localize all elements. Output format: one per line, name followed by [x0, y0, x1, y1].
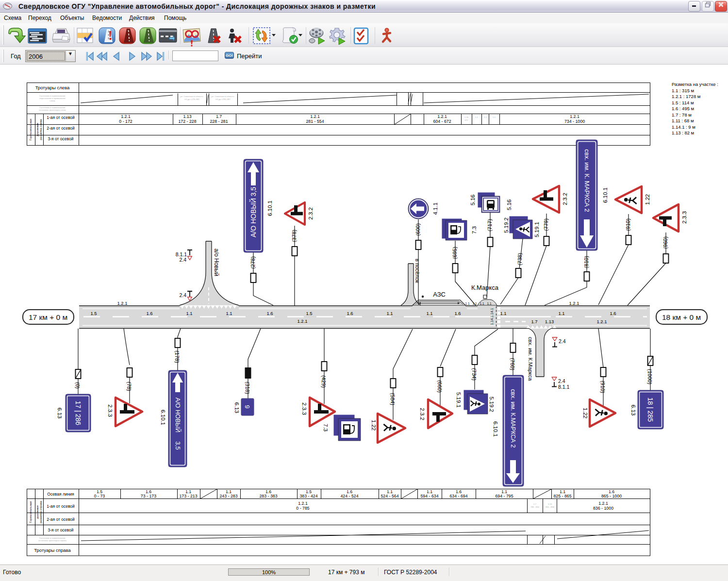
svg-text:5.19.1: 5.19.1	[534, 222, 540, 237]
svg-text:634 - 694: 634 - 694	[449, 494, 467, 498]
svg-text:1.1: 1.1	[386, 311, 393, 316]
svg-text:Осевая линия: Осевая линия	[47, 492, 74, 497]
svg-text:1.1: 1.1	[426, 311, 432, 316]
svg-text:6.10.1: 6.10.1	[160, 410, 166, 425]
svg-text:173 - 213: 173 - 213	[179, 494, 197, 498]
svg-text:2.3.2: 2.3.2	[562, 193, 568, 205]
svg-text:1.13 : 82 м: 1.13 : 82 м	[672, 130, 694, 135]
svg-text:243 - 283: 243 - 283	[219, 494, 237, 498]
svg-text:Тротуары справа: Тротуары справа	[34, 548, 71, 553]
svg-text:785 - 810: 785 - 810	[530, 506, 539, 508]
svg-text:разметка справа: разметка справа	[39, 500, 42, 523]
svg-text:1.2.1: 1.2.1	[310, 114, 320, 119]
svg-text:А/О НОВЫЙ: А/О НОВЫЙ	[174, 398, 182, 432]
svg-text:1.1: 1.1	[226, 311, 232, 316]
svg-text:3-я от осевой: 3-я от осевой	[48, 528, 74, 532]
svg-text:1.1: 1.1	[480, 302, 484, 305]
svg-text:594 - 634: 594 - 634	[420, 494, 438, 498]
svg-text:1-ая от осевой: 1-ая от осевой	[47, 115, 75, 120]
svg-text:(318): (318)	[245, 382, 250, 394]
svg-text:1.2.1: 1.2.1	[297, 318, 307, 324]
svg-text:(1000): (1000)	[647, 369, 653, 384]
svg-text:(600): (600)	[415, 223, 421, 236]
svg-text:1.22: 1.22	[371, 420, 377, 431]
svg-text:1.5 : 114 м: 1.5 : 114 м	[672, 100, 694, 105]
svg-text:3,5: 3,5	[174, 441, 181, 449]
svg-text:ул. Советская и область: ул. Советская и область	[211, 95, 234, 98]
svg-text:1.1: 1.1	[484, 116, 487, 118]
svg-text:АЗС: АЗС	[433, 291, 446, 298]
svg-text:6.13: 6.13	[234, 402, 240, 413]
svg-text:(278): (278)	[250, 256, 256, 269]
svg-text:172 - 228: 172 - 228	[178, 119, 196, 124]
svg-text:4.1.1: 4.1.1	[432, 202, 438, 215]
svg-text:Горизонтальная: Горизонтальная	[29, 501, 32, 523]
svg-text:734 - 1000: 734 - 1000	[564, 119, 585, 124]
svg-text:(738): (738)	[517, 253, 523, 266]
svg-text:1.11 : 68 м: 1.11 : 68 м	[672, 118, 694, 123]
svg-text:слева: слева	[50, 100, 55, 102]
svg-text:Тротуары слева: Тротуары слева	[35, 85, 70, 90]
svg-text:(584): (584)	[390, 393, 396, 405]
svg-text:836 - 1000: 836 - 1000	[593, 506, 613, 511]
svg-text:7.3: 7.3	[471, 226, 477, 234]
svg-text:8.1.1: 8.1.1	[558, 384, 570, 390]
svg-text:Разметка на участке :: Разметка на участке :	[672, 82, 718, 87]
svg-text:дорожная: дорожная	[36, 123, 39, 136]
svg-text:1.7 : 78 м: 1.7 : 78 м	[672, 112, 692, 117]
svg-text:дорожная: дорожная	[36, 505, 39, 518]
svg-text:свх. им. К.МАРКСА 2: свх. им. К.МАРКСА 2	[510, 389, 516, 448]
svg-text:5.19.2: 5.19.2	[489, 397, 495, 412]
svg-text:(910): (910)	[625, 218, 631, 231]
svg-text:2.3.2: 2.3.2	[308, 207, 314, 220]
svg-text:1.1: 1.1	[475, 116, 478, 118]
svg-text:1.7: 1.7	[533, 503, 536, 505]
svg-text:1.13: 1.13	[183, 114, 191, 119]
svg-text:604 - 672: 604 - 672	[433, 119, 451, 124]
svg-text:а/о Новый: а/о Новый	[213, 249, 220, 276]
svg-text:6.10.1: 6.10.1	[267, 200, 273, 216]
svg-text:383 - 424: 383 - 424	[299, 494, 317, 498]
svg-text:(429): (429)	[321, 375, 327, 388]
svg-text:18 | 285: 18 | 285	[646, 398, 654, 422]
svg-text:1.1: 1.1	[465, 302, 469, 305]
svg-text:свх. им. К.Маркса: свх. им. К.Маркса	[528, 337, 533, 381]
svg-text:(0): (0)	[75, 382, 81, 388]
svg-text:2.4: 2.4	[559, 338, 566, 344]
svg-text:1.5: 1.5	[306, 311, 312, 316]
svg-text:0 - 172: 0 - 172	[119, 119, 132, 124]
svg-text:6.13: 6.13	[57, 408, 63, 418]
svg-text:1.1: 1.1	[186, 311, 192, 316]
svg-text:1.2.1: 1.2.1	[121, 114, 131, 119]
svg-text:1.16: 1.16	[464, 116, 469, 118]
svg-text:865 - 1000: 865 - 1000	[601, 494, 622, 498]
svg-text:1.6 : 495 м: 1.6 : 495 м	[672, 106, 694, 111]
svg-text:6.13: 6.13	[630, 405, 636, 415]
svg-text:1.1: 1.1	[558, 311, 564, 316]
svg-text:(910): (910)	[600, 381, 606, 393]
svg-text:5.19.2: 5.19.2	[503, 217, 509, 233]
svg-text:(779): (779)	[543, 218, 549, 231]
svg-text:2.3.3: 2.3.3	[107, 404, 113, 417]
svg-text:1.6: 1.6	[146, 311, 152, 316]
svg-text:1.7: 1.7	[216, 114, 222, 119]
svg-text:0 - 73: 0 - 73	[94, 494, 105, 498]
svg-text:1.13: 1.13	[545, 319, 554, 324]
svg-text:1.6: 1.6	[347, 311, 353, 316]
svg-text:остановок транспорта справа: остановок транспорта справа	[38, 539, 66, 542]
svg-text:3-я от осевой: 3-я от осевой	[48, 136, 74, 141]
svg-text:Об-до т.281-287: Об-до т.281-287	[215, 98, 231, 100]
svg-text:1.2.1 : 1728 м: 1.2.1 : 1728 м	[672, 94, 700, 99]
svg-text:694 - 795: 694 - 795	[495, 494, 513, 498]
svg-text:672: 672	[465, 119, 469, 121]
svg-text:6.10.1: 6.10.1	[493, 421, 498, 437]
svg-text:(810): (810)	[583, 256, 589, 268]
svg-text:Горизонтальная: Горизонтальная	[29, 119, 32, 141]
svg-text:Об-до т.276-283: Об-до т.276-283	[184, 98, 200, 100]
svg-text:2.3.2: 2.3.2	[419, 408, 425, 420]
svg-text:1.5: 1.5	[90, 311, 97, 316]
svg-text:281 - 554: 281 - 554	[306, 119, 324, 124]
svg-text:1.2.1: 1.2.1	[596, 319, 607, 324]
svg-text:810 - 836: 810 - 836	[546, 506, 554, 508]
svg-text:825 - 865: 825 - 865	[553, 494, 571, 498]
